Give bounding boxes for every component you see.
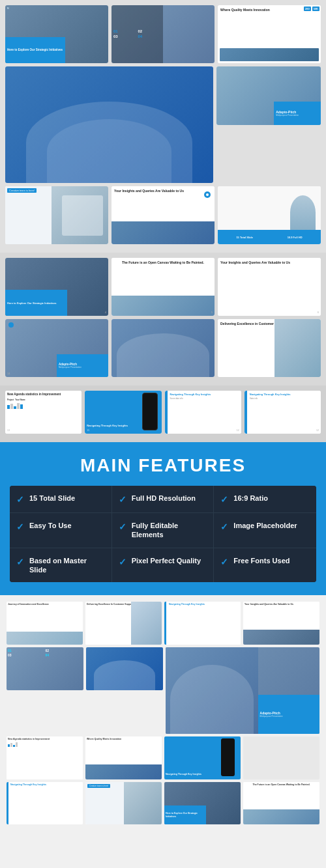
section2-slide-5 (111, 319, 215, 377)
gallery-thumb-10: Navigating Through Key Insights (164, 736, 241, 779)
section3-row: New Agenda statistics in Improvement Pro… (5, 391, 321, 434)
check-icon-5: ✓ (119, 522, 126, 532)
gallery-thumb-13: Creative team is here! (85, 782, 162, 825)
stat-label-2: 16.9 Full HD (288, 236, 303, 239)
check-icon-7: ✓ (16, 557, 24, 567)
check-icon-8: ✓ (119, 557, 126, 567)
section2-row-1: Here to Explore Our Strategic Initiative… (5, 258, 321, 316)
preview-row-2: Adapto-Pitch Multipurpose Presentation (5, 66, 321, 184)
gallery-thumb-4: Your Insights and Queries Are Valuable t… (243, 602, 319, 645)
gallery-thumb-8: New Agenda statistics in Improvement (7, 736, 83, 779)
gallery-thumb-9: Where Quality Meets Innovation (85, 736, 162, 779)
adapto-sub: Multipurpose Presentation (276, 114, 319, 117)
section2-slide-1: Here to Explore Our Strategic Initiative… (5, 258, 108, 316)
gallery-row-4: Navigating Through Key Insights Creative… (7, 782, 319, 825)
feature-text-4: Easy To Use (29, 521, 72, 530)
features-section: MAIN FEATURES ✓ 15 Total Slide ✓ Full HD… (0, 442, 326, 595)
feature-text-7: Based on Master Slide (29, 556, 105, 575)
feature-text-6: Image Placeholder (233, 521, 297, 530)
gallery-row-2: 01 02 03 04 Adapto-Pitch Multipurpose Pr… (7, 647, 319, 734)
gallery-thumb-12: Navigating Through Key Insights (7, 782, 83, 825)
gallery-thumb-5: 01 02 03 04 (7, 647, 83, 690)
gallery-thumb-1: Journey of Innovation and Excellence (7, 602, 83, 645)
slide-thumb-4 (5, 66, 213, 184)
slide-thumb-5: Adapto-Pitch Multipurpose Presentation (216, 66, 321, 125)
section3-slide-4: Navigating Through Key Insights Stats in… (244, 391, 321, 434)
feature-item-9: ✓ Free Fonts Used (214, 548, 316, 583)
check-icon-3: ✓ (220, 494, 228, 505)
check-icon-1: ✓ (16, 494, 24, 505)
feature-text-2: Full HD Resolution (132, 494, 196, 503)
preview-row-1: Here to Explore Our Strategic Initiative… (5, 5, 321, 63)
section2-row-2: Adapto-Pitch Multipurpose Presentation 1… (5, 319, 321, 377)
features-title: MAIN FEATURES (10, 455, 316, 476)
feature-item-2: ✓ Full HD Resolution (112, 486, 215, 513)
feature-text-8: Pixel Perfect Quality (132, 556, 201, 565)
section2-slide-2: The Future is an Open Canvas Waiting to … (111, 258, 215, 316)
gallery-thumb-3: Navigating Through Key Insights (164, 602, 241, 645)
gallery-row-1: Journey of Innovation and Excellence Del… (7, 602, 319, 645)
feature-text-1: 15 Total Slide (29, 494, 75, 503)
section2-slide-4: Adapto-Pitch Multipurpose Presentation 1… (5, 319, 108, 377)
check-icon-9: ✓ (220, 557, 228, 567)
gallery-thumb-14: Here to Explore Our Strategic Initiative… (164, 782, 241, 825)
feature-item-4: ✓ Easy To Use (10, 513, 112, 548)
feature-item-8: ✓ Pixel Perfect Quality (112, 548, 215, 583)
section2-preview: Here to Explore Our Strategic Initiative… (0, 253, 326, 385)
feature-item-5: ✓ Fully Editable Elements (112, 513, 215, 548)
gallery-thumb-15: The Future is an Open Canvas Waiting to … (243, 782, 319, 825)
gallery-thumb-6 (86, 647, 163, 690)
section2-slide-6: Delivering Excellence in Customer Suppor… (218, 319, 321, 377)
slide-thumb-1: Here to Explore Our Strategic Initiative… (5, 5, 108, 63)
feature-item-6: ✓ Image Placeholder (214, 513, 316, 548)
top-preview-section: Here to Explore Our Strategic Initiative… (0, 0, 326, 253)
slide-thumb-6: Creative team is here! (5, 186, 108, 244)
gallery-thumb-2: Delivering Excellence In Customer Suppor… (85, 602, 162, 645)
slide-thumb-7: Your Insights and Queries Are Valuable t… (111, 186, 215, 244)
check-icon-4: ✓ (16, 522, 24, 532)
slide-thumb-2: 01 02 03 04 (111, 5, 215, 63)
section3-preview: New Agenda statistics in Improvement Pro… (0, 385, 326, 442)
section2-slide-3: Your Insights and Queries Are Valuable t… (218, 258, 321, 316)
feature-text-3: 16:9 Ratio (233, 494, 268, 503)
stat-label-1: 15 Total Slide (236, 236, 253, 239)
slide-thumb-8: 15 Total Slide 16.9 Full HD (218, 186, 321, 244)
section3-slide-3: Navigating Through Key Insights Some dat… (165, 391, 241, 434)
feature-item-1: ✓ 15 Total Slide (10, 486, 112, 513)
slide-thumb-3: Where Quality Meets Innovation 280 50K (218, 5, 321, 63)
feature-text-5: Fully Editable Elements (132, 521, 207, 540)
feature-item-3: ✓ 16:9 Ratio (214, 486, 316, 513)
gallery-thumb-7: Adapto-Pitch Multipurpose Presentation (166, 647, 319, 734)
check-icon-2: ✓ (119, 494, 126, 505)
preview-row-3: Creative team is here! Your Insights and… (5, 186, 321, 244)
section3-slide-2: Navigating Through Key Insights 15 (85, 391, 161, 434)
check-icon-6: ✓ (220, 522, 228, 532)
slide-1-text: Here to Explore Our Strategic Initiative… (7, 48, 63, 52)
bottom-gallery-section: Journey of Innovation and Excellence Del… (0, 595, 326, 833)
feature-text-9: Free Fonts Used (233, 556, 289, 565)
gallery-row-3: New Agenda statistics in Improvement Whe… (7, 736, 319, 779)
features-grid: ✓ 15 Total Slide ✓ Full HD Resolution ✓ … (10, 486, 316, 582)
gallery-thumb-11 (243, 736, 319, 779)
feature-item-7: ✓ Based on Master Slide (10, 548, 112, 583)
section3-slide-1: New Agenda statistics in Improvement Pro… (5, 391, 82, 434)
